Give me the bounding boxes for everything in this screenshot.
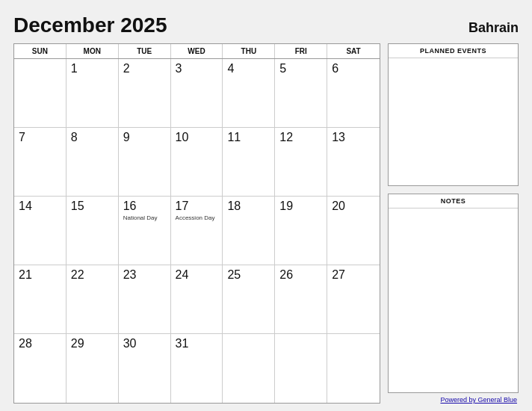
- day-header-wed: WED: [171, 44, 223, 58]
- calendar-cell: 2: [119, 59, 171, 128]
- cell-day-number: 17: [176, 200, 218, 213]
- calendar-cell: 17Accession Day: [171, 197, 223, 265]
- calendar-cell: 15: [66, 197, 119, 265]
- country-title: Bahrain: [468, 20, 519, 36]
- day-header-sun: SUN: [14, 44, 66, 58]
- calendar-cell: [14, 59, 66, 128]
- calendar-cell: 27: [327, 265, 380, 334]
- day-headers: SUNMONTUEWEDTHUFRISAT: [14, 44, 380, 59]
- cell-day-number: 28: [19, 337, 61, 350]
- cell-day-number: 12: [279, 131, 322, 144]
- calendar-cell: 6: [327, 59, 380, 128]
- day-header-mon: MON: [66, 44, 119, 58]
- calendar-cell: 30: [119, 334, 171, 403]
- cell-day-number: 22: [71, 268, 114, 282]
- planned-events-box: PLANNED EVENTS: [388, 43, 519, 186]
- cell-day-number: 9: [123, 131, 166, 144]
- calendar-cell: 26: [275, 265, 327, 334]
- calendar-cell: 4: [223, 59, 275, 128]
- calendar-cell: 29: [66, 334, 119, 403]
- calendar-cell: 5: [275, 59, 327, 128]
- cell-day-number: 1: [71, 62, 114, 75]
- cell-day-number: 7: [19, 131, 61, 144]
- cell-day-number: 8: [71, 131, 114, 144]
- cell-day-number: 11: [227, 131, 270, 144]
- main-content: SUNMONTUEWEDTHUFRISAT 123456789101112131…: [13, 43, 519, 404]
- cell-day-number: 16: [123, 200, 166, 213]
- calendar-cell: [223, 334, 275, 403]
- calendar-cell: [327, 334, 380, 403]
- calendar-cell: 14: [14, 197, 66, 265]
- cell-day-number: 20: [332, 200, 375, 213]
- notes-title: NOTES: [389, 194, 518, 208]
- cell-day-number: 18: [227, 200, 270, 213]
- cell-day-number: 19: [279, 200, 322, 213]
- day-header-sat: SAT: [327, 44, 380, 58]
- cell-day-number: 26: [279, 268, 322, 282]
- cell-day-number: 5: [279, 62, 322, 75]
- calendar-cell: 12: [275, 128, 327, 197]
- cell-day-number: 3: [176, 62, 218, 75]
- calendar-cell: 18: [223, 197, 275, 265]
- cell-day-number: 30: [123, 337, 166, 350]
- calendar-cell: 16National Day: [119, 197, 171, 265]
- calendar-cell: 22: [66, 265, 119, 334]
- calendar-cell: 7: [14, 128, 66, 197]
- month-title: December 2025: [13, 13, 167, 37]
- footer: Powered by General Blue: [388, 393, 519, 404]
- calendar-cell: 31: [171, 334, 223, 403]
- calendar-cell: [275, 334, 327, 403]
- cell-day-number: 13: [332, 131, 375, 144]
- calendar-cell: 25: [223, 265, 275, 334]
- cell-day-number: 14: [19, 200, 61, 213]
- calendar-cell: 13: [327, 128, 380, 197]
- day-header-tue: TUE: [119, 44, 171, 58]
- calendar-cell: 21: [14, 265, 66, 334]
- calendar-cell: 28: [14, 334, 66, 403]
- cell-event: Accession Day: [176, 214, 218, 222]
- calendar-cell: 23: [119, 265, 171, 334]
- cell-day-number: 23: [123, 268, 166, 282]
- cell-day-number: 2: [123, 62, 166, 75]
- calendar-cell: 19: [275, 197, 327, 265]
- calendar-cell: 11: [223, 128, 275, 197]
- cell-day-number: 31: [176, 337, 218, 350]
- calendar-cell: 9: [119, 128, 171, 197]
- planned-events-title: PLANNED EVENTS: [389, 44, 518, 58]
- powered-by-link[interactable]: Powered by General Blue: [440, 396, 517, 404]
- cell-day-number: 29: [71, 337, 114, 350]
- day-header-thu: THU: [223, 44, 275, 58]
- cell-day-number: 4: [227, 62, 270, 75]
- cell-day-number: 25: [227, 268, 270, 282]
- cell-day-number: 15: [71, 200, 114, 213]
- cell-day-number: 27: [332, 268, 375, 282]
- sidebar: PLANNED EVENTS NOTES Powered by General …: [388, 43, 519, 404]
- calendar-cell: 8: [66, 128, 119, 197]
- calendar-section: SUNMONTUEWEDTHUFRISAT 123456789101112131…: [13, 43, 380, 404]
- notes-content: [389, 208, 518, 306]
- cell-day-number: 21: [19, 268, 61, 282]
- planned-events-content: [389, 58, 518, 185]
- calendar-cell: 24: [171, 265, 223, 334]
- calendar-cell: 3: [171, 59, 223, 128]
- page: December 2025 Bahrain SUNMONTUEWEDTHUFRI…: [0, 0, 532, 411]
- cell-event: National Day: [123, 214, 166, 222]
- cell-day-number: 24: [176, 268, 218, 282]
- calendar-grid: 12345678910111213141516National Day17Acc…: [14, 59, 380, 403]
- calendar-cell: 1: [66, 59, 119, 128]
- calendar-cell: 20: [327, 197, 380, 265]
- day-header-fri: FRI: [275, 44, 327, 58]
- cell-day-number: 10: [176, 131, 218, 144]
- notes-box: NOTES: [388, 194, 519, 393]
- calendar-cell: 10: [171, 128, 223, 197]
- cell-day-number: 6: [332, 62, 375, 75]
- header: December 2025 Bahrain: [13, 13, 519, 37]
